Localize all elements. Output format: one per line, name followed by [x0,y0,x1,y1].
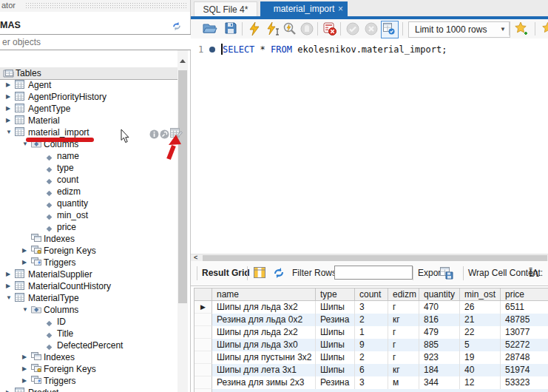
tab-close-icon[interactable]: × [338,1,343,16]
cell-name[interactable]: Резина для льда 0x2 [212,314,316,326]
expand-arrow-icon[interactable]: ▶ [22,351,27,363]
navigator-panel-header[interactable]: ator [0,0,190,12]
tab-sql-file[interactable]: SQL File 4* [194,1,257,17]
tree-item-edizm[interactable]: edizm [0,186,177,197]
cell-price[interactable]: 53323 [501,376,548,389]
table-info-icon[interactable] [149,129,159,141]
cell-type[interactable]: Резина [316,376,355,389]
scrollbar-thumb[interactable] [178,70,187,303]
tree-item-indexes[interactable]: Indexes [0,233,177,245]
cell-count[interactable]: 3 [355,376,388,389]
tree-item-foreign-keys[interactable]: ▶Foreign Keys [0,245,177,257]
tree-item-triggers[interactable]: ▶Triggers [0,375,177,387]
execute-icon[interactable] [247,22,262,36]
row-selector[interactable] [194,339,212,351]
cell-min_ost[interactable]: 22 [460,326,501,339]
cell-quantity[interactable]: 923 [419,351,460,364]
cell-edizm[interactable]: г [388,326,419,339]
tree-item-product[interactable]: ▶Product [0,387,177,392]
tree-scrollbar[interactable] [177,50,188,392]
column-header-quantity[interactable]: quantity [419,288,460,301]
cell-count[interactable]: 3 [355,301,388,314]
explain-icon[interactable] [283,22,297,36]
tree-item-materialcounthistory[interactable]: ▶MaterialCountHistory [0,280,177,292]
sql-editor[interactable]: 1 SELECT * FROM ekolesnikov.material_imp… [191,38,548,254]
wrap-cell-content-icon[interactable]: ĪA [529,261,538,285]
cell-min_ost[interactable]: 5 [460,339,501,351]
row-selector-header[interactable] [194,288,212,301]
schema-filter-input[interactable] [0,34,194,50]
cell-type[interactable]: Шипы [316,351,355,364]
cell-type[interactable]: Шипы [316,326,355,339]
tab-material-import[interactable]: material_import × [260,1,348,16]
export-icon[interactable] [440,267,453,282]
stop-on-error-icon[interactable] [322,22,337,36]
cell-min_ost[interactable]: 26 [460,301,501,314]
cell-type[interactable]: Шипы [316,339,355,351]
cell-quantity[interactable]: 344 [419,376,460,389]
collapse-arrow-icon[interactable]: ▼ [22,304,28,316]
expand-arrow-icon[interactable]: ▶ [22,363,27,375]
cell-price[interactable]: 48785 [501,314,548,326]
tree-item-defectedpercent[interactable]: DefectedPercent [0,339,177,351]
cell-type[interactable]: Резина [316,314,355,326]
scroll-left-icon[interactable]: < [194,254,197,261]
cell-quantity[interactable]: 885 [419,339,460,351]
table-row[interactable]: Шипы для льда 3x0Шипы9г885552272 [194,339,548,351]
sql-statement[interactable]: SELECT * FROM ekolesnikov.material_impor… [223,44,447,55]
cell-price[interactable]: 6511 [501,301,548,314]
open-file-icon[interactable] [203,22,217,36]
tree-item-indexes[interactable]: ▶Indexes [0,351,177,363]
cell-price[interactable]: 52272 [501,339,548,351]
tree-item-id[interactable]: ID [0,316,177,328]
row-selector[interactable] [194,351,212,364]
cell-count[interactable]: 6 [355,364,388,376]
row-selector[interactable] [194,326,212,339]
cell-edizm[interactable]: г [388,351,419,364]
tree-item-agent[interactable]: ▶Agent [0,79,177,91]
tree-item-min-ost[interactable]: min_ost [0,209,177,221]
expand-arrow-icon[interactable]: ▶ [6,387,10,392]
cell-quantity[interactable]: 470 [419,301,460,314]
cell-min_ost[interactable]: 21 [460,314,501,326]
table-row[interactable]: ▶Шипы для льда 3x2Шипы3г470266511 [194,301,548,314]
expand-arrow-icon[interactable]: ▶ [6,103,10,115]
expand-arrow-icon[interactable]: ▶ [6,115,10,126]
grid-columns-icon[interactable] [254,267,265,280]
save-icon[interactable] [223,22,238,36]
cell-quantity[interactable]: 816 [419,314,460,326]
table-row[interactable]: Шипы для льда 2x2Шипы1г4792213077 [194,326,548,339]
cell-price[interactable]: 51974 [501,364,548,376]
column-header-count[interactable]: count [355,288,388,301]
expand-arrow-icon[interactable]: ▶ [22,245,27,257]
tree-item-materialsupplier[interactable]: ▶MaterialSupplier [0,268,177,280]
row-selector[interactable] [194,314,212,326]
cell-name[interactable]: Шипы для льда 2x2 [212,326,316,339]
cell-name[interactable]: Шипы для льда 3x0 [212,339,316,351]
beautify-icon[interactable] [542,22,548,36]
cell-name[interactable]: Шипы для льда 3x2 [212,301,316,314]
expand-arrow-icon[interactable]: ▶ [22,257,27,268]
column-header-type[interactable]: type [316,288,355,301]
tree-item-title[interactable]: Title [0,328,177,339]
table-row[interactable]: Резина для зимы 2x3Резина3м3441253323 [194,376,548,389]
cell-name[interactable]: Шипы для лета 3x1 [212,364,316,376]
cell-count[interactable]: 1 [355,326,388,339]
cell-count[interactable]: 2 [355,314,388,326]
tree-item-material[interactable]: ▶Material [0,115,177,126]
cell-name[interactable]: Шипы для пустыни 3x2 [212,351,316,364]
expand-arrow-icon[interactable]: ▶ [6,91,10,103]
tree-item-materialtype[interactable]: ▼MaterialType [0,292,177,304]
hscroll-thumb[interactable] [203,255,547,261]
row-limit-dropdown[interactable]: Limit to 1000 rows ▼ [408,21,510,38]
filter-rows-input[interactable] [334,266,413,280]
refresh-icon[interactable] [273,267,285,281]
tree-item-triggers[interactable]: ▶Triggers [0,257,177,268]
cell-min_ost[interactable]: 40 [460,364,501,376]
column-header-edizm[interactable]: edizm [388,288,419,301]
cell-type[interactable]: Шипы [316,364,355,376]
tree-item-type[interactable]: type [0,162,177,174]
cell-edizm[interactable]: кг [388,364,419,376]
tree-item-quantity[interactable]: quantity [0,197,177,209]
cell-edizm[interactable]: м [388,376,419,389]
